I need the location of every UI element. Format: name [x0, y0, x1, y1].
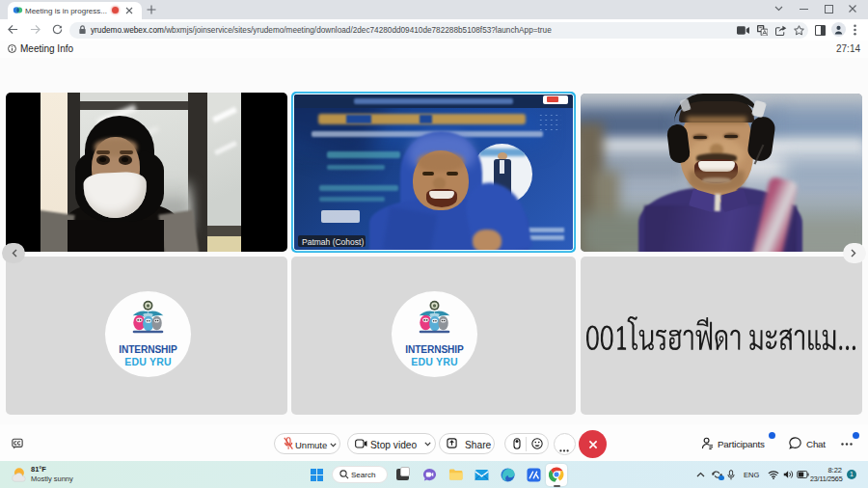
svg-text:EDU YRU: EDU YRU	[124, 356, 171, 367]
svg-text:INTERNSHIP: INTERNSHIP	[119, 344, 177, 355]
svg-text:EDU YRU: EDU YRU	[411, 356, 457, 367]
svg-text:INTERNSHIP: INTERNSHIP	[405, 344, 464, 355]
